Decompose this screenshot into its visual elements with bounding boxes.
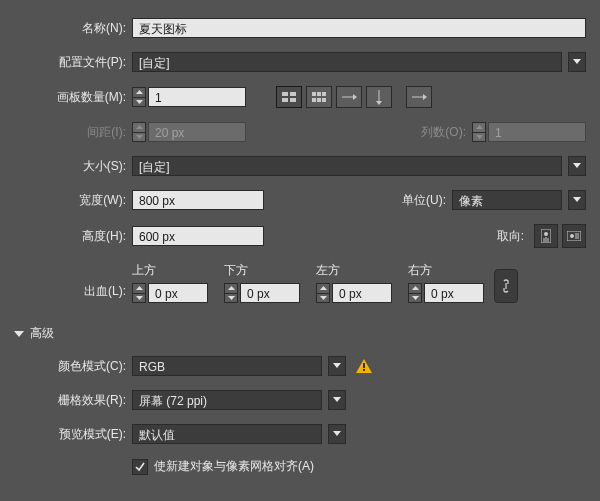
- bleed-top-input[interactable]: 0 px: [148, 283, 208, 303]
- bleed-left-label: 左方: [316, 262, 392, 279]
- svg-rect-1: [290, 92, 296, 96]
- svg-point-13: [570, 234, 574, 238]
- svg-rect-9: [322, 98, 326, 102]
- bleed-right-spinner[interactable]: [408, 283, 422, 303]
- profile-label: 配置文件(P):: [14, 54, 132, 71]
- svg-rect-4: [312, 92, 316, 96]
- width-input[interactable]: 800 px: [132, 190, 264, 210]
- raster-dropdown-arrow[interactable]: [328, 390, 346, 410]
- spacing-spinner: [132, 122, 146, 142]
- svg-rect-15: [363, 369, 365, 371]
- bleed-bottom-spinner[interactable]: [224, 283, 238, 303]
- orientation-portrait-button[interactable]: [534, 224, 558, 248]
- advanced-label: 高级: [30, 325, 54, 342]
- bleed-link-button[interactable]: [494, 269, 518, 303]
- spacing-input: 20 px: [148, 122, 246, 142]
- orient-label: 取向:: [497, 228, 530, 245]
- svg-rect-2: [282, 98, 288, 102]
- size-select[interactable]: [自定]: [132, 156, 562, 176]
- svg-rect-3: [290, 98, 296, 102]
- bleed-left-spinner[interactable]: [316, 283, 330, 303]
- colormode-label: 颜色模式(C):: [14, 358, 132, 375]
- advanced-section-header[interactable]: 高级: [14, 325, 586, 342]
- profile-dropdown-arrow[interactable]: [568, 52, 586, 72]
- arrange-row-icon[interactable]: [336, 86, 362, 108]
- cols-label: 列数(O):: [421, 124, 472, 141]
- profile-select[interactable]: [自定]: [132, 52, 562, 72]
- align-pixelgrid-checkbox[interactable]: [132, 459, 148, 475]
- svg-rect-0: [282, 92, 288, 96]
- height-input[interactable]: 600 px: [132, 226, 264, 246]
- width-label: 宽度(W):: [14, 192, 132, 209]
- disclosure-triangle-icon: [14, 331, 24, 337]
- bleed-left-input[interactable]: 0 px: [332, 283, 392, 303]
- bleed-top-label: 上方: [132, 262, 208, 279]
- cols-input: 1: [488, 122, 586, 142]
- bleed-right-label: 右方: [408, 262, 484, 279]
- size-label: 大小(S):: [14, 158, 132, 175]
- arrange-grid-col-icon[interactable]: [306, 86, 332, 108]
- colormode-select[interactable]: RGB: [132, 356, 322, 376]
- svg-rect-8: [317, 98, 321, 102]
- arrange-grid-row-icon[interactable]: [276, 86, 302, 108]
- warning-icon: [356, 359, 372, 373]
- bleed-bottom-input[interactable]: 0 px: [240, 283, 300, 303]
- name-input[interactable]: 夏天图标: [132, 18, 586, 38]
- artboards-label: 画板数量(M):: [14, 89, 132, 106]
- spacing-label: 间距(I):: [14, 124, 132, 141]
- colormode-dropdown-arrow[interactable]: [328, 356, 346, 376]
- raster-select[interactable]: 屏幕 (72 ppi): [132, 390, 322, 410]
- bleed-label: 出血(L):: [14, 283, 132, 303]
- align-pixelgrid-label: 使新建对象与像素网格对齐(A): [154, 458, 314, 475]
- name-label: 名称(N):: [14, 20, 132, 37]
- preview-label: 预览模式(E):: [14, 426, 132, 443]
- document-settings-panel: 名称(N): 夏天图标 配置文件(P): [自定] 画板数量(M): 1: [0, 0, 600, 501]
- units-dropdown-arrow[interactable]: [568, 190, 586, 210]
- height-label: 高度(H):: [14, 228, 132, 245]
- artboards-input[interactable]: 1: [148, 87, 246, 107]
- svg-point-11: [544, 232, 548, 236]
- artboards-spinner[interactable]: [132, 87, 146, 107]
- orientation-landscape-button[interactable]: [562, 224, 586, 248]
- units-label: 单位(U):: [402, 192, 452, 209]
- svg-rect-6: [322, 92, 326, 96]
- preview-dropdown-arrow[interactable]: [328, 424, 346, 444]
- arrange-toggle-icon[interactable]: [406, 86, 432, 108]
- bleed-right-input[interactable]: 0 px: [424, 283, 484, 303]
- svg-rect-5: [317, 92, 321, 96]
- units-select[interactable]: 像素: [452, 190, 562, 210]
- bleed-top-spinner[interactable]: [132, 283, 146, 303]
- svg-rect-14: [363, 363, 365, 368]
- arrange-col-icon[interactable]: [366, 86, 392, 108]
- bleed-bottom-label: 下方: [224, 262, 300, 279]
- svg-rect-7: [312, 98, 316, 102]
- preview-select[interactable]: 默认值: [132, 424, 322, 444]
- raster-label: 栅格效果(R):: [14, 392, 132, 409]
- cols-spinner: [472, 122, 486, 142]
- size-dropdown-arrow[interactable]: [568, 156, 586, 176]
